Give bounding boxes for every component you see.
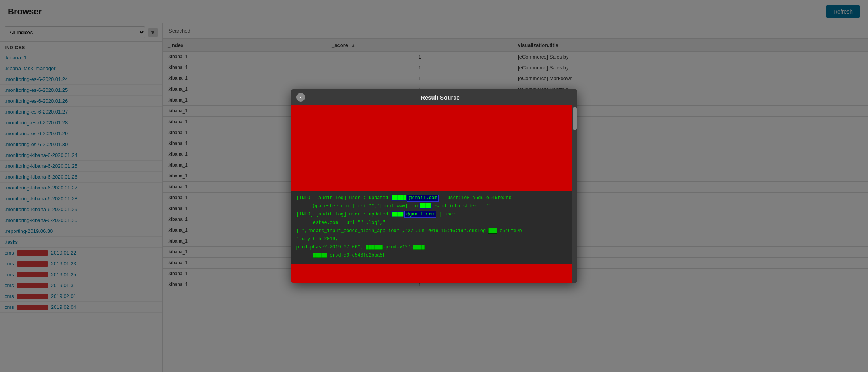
modal-scrollbar[interactable] [572, 105, 577, 283]
modal-text-section: [INFO] [audit_log] user : updated █████@… [291, 191, 572, 264]
modal-text-line-6: "July 6th 2019, [296, 236, 567, 243]
modal-overlay[interactable]: × Result Source [INFO] [audit_log] user … [0, 0, 868, 372]
redacted-inline-4: ███ [488, 228, 497, 234]
email-highlight-1: @gmail.com [407, 195, 439, 202]
modal-text-line-1: [INFO] [audit_log] user : updated █████@… [296, 195, 567, 202]
modal-close-button[interactable]: × [296, 93, 305, 102]
redacted-inline-6: ████ [413, 245, 425, 250]
email-highlight-2: @gmail.com [404, 211, 436, 218]
modal-scrollbar-thumb [573, 107, 577, 130]
modal-text-line-3: [INFO] [audit_log] user : updated ████@g… [296, 211, 567, 218]
modal-redacted-top [291, 105, 572, 191]
modal-text-line-2: @pa.estee.com | uri:"","[pool www] chi██… [296, 203, 567, 210]
redacted-inline-3: ████ [391, 211, 404, 217]
modal-title: Result Source [309, 94, 572, 101]
modal-text-line-8: █████-prod-d9-e546fe2bba5f [296, 252, 567, 259]
modal-text-line-5: ["","beats_input_codec_plain_applied"],"… [296, 227, 567, 235]
modal-title-bar: × Result Source [291, 89, 577, 105]
redacted-inline-5: ██████ [366, 245, 383, 250]
redacted-inline-7: █████ [313, 253, 327, 258]
modal-body: [INFO] [audit_log] user : updated █████@… [291, 105, 577, 283]
redacted-inline-1: █████ [391, 195, 407, 201]
modal-text-line-4: estee.com | uri:"" .log"," [296, 219, 567, 227]
result-source-modal: × Result Source [INFO] [audit_log] user … [291, 89, 577, 283]
modal-redacted-bottom [291, 264, 572, 283]
modal-text-line-7: prod-phase2-2019.07.06", ██████-prod-v12… [296, 244, 567, 251]
modal-content-area[interactable]: [INFO] [audit_log] user : updated █████@… [291, 105, 572, 283]
redacted-inline-2: ████ [419, 203, 432, 209]
